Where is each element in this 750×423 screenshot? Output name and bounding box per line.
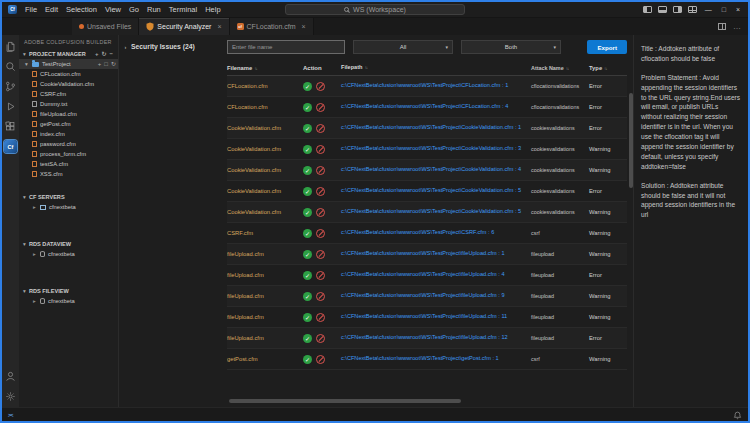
menu-selection[interactable]: Selection [62,5,101,14]
close-icon[interactable]: × [217,23,221,30]
check-circle-icon[interactable]: ✓ [303,355,312,364]
tree-item-file[interactable]: getPost.cfm [19,119,118,129]
block-circle-icon[interactable] [316,355,325,364]
block-circle-icon[interactable] [316,103,325,112]
check-circle-icon[interactable]: ✓ [303,313,312,322]
issue-filename-link[interactable]: CookieValidation.cfm [227,146,281,152]
collapse-all-icon[interactable]: − [109,51,113,57]
refresh-icon[interactable]: ↻ [111,61,116,67]
menu-file[interactable]: File [21,5,41,14]
export-button[interactable]: Export [587,40,627,54]
search-icon[interactable] [4,60,17,72]
menu-terminal[interactable]: Terminal [165,5,201,14]
refresh-icon[interactable]: ↻ [101,51,106,57]
settings-gear-icon[interactable] [4,390,17,402]
check-circle-icon[interactable]: ✓ [303,166,312,175]
type-filter-select[interactable]: Both ▾ [461,40,561,54]
block-circle-icon[interactable] [316,250,325,259]
file-name-filter-input[interactable]: Enter file name [227,40,345,54]
tree-item-project[interactable]: ▾ TestProject + □ ↻ [19,59,118,69]
block-circle-icon[interactable] [316,187,325,196]
check-circle-icon[interactable]: ✓ [303,187,312,196]
check-circle-icon[interactable]: ✓ [303,271,312,280]
tab-cflocation[interactable]: cf CFLocation.cfm × [230,18,314,35]
issue-filename-link[interactable]: fileUpload.cfm [227,314,264,320]
severity-filter-select[interactable]: All ▾ [353,40,453,54]
column-attack-name[interactable]: Attack Name↑↓ [531,65,589,71]
issue-filename-link[interactable]: CFLocation.cfm [227,83,268,89]
close-icon[interactable]: × [302,23,306,30]
tree-item-server[interactable]: ▸cfnextbeta [19,296,118,306]
toggle-panel-icon[interactable] [658,6,667,13]
block-circle-icon[interactable] [316,145,325,154]
check-circle-icon[interactable]: ✓ [303,292,312,301]
check-circle-icon[interactable]: ✓ [303,229,312,238]
issue-filename-link[interactable]: fileUpload.cfm [227,335,264,341]
issue-filename-link[interactable]: getPost.cfm [227,356,258,362]
add-project-icon[interactable]: + [95,51,99,57]
section-project-manager[interactable]: ▾ PROJECT MANAGER + ↻ − [19,48,118,59]
issue-filepath-link[interactable]: c:\CFNextBeta\cfusion\wwwroot\WS\TestPro… [341,250,505,256]
vertical-scrollbar[interactable] [629,93,633,188]
issue-filename-link[interactable]: CookieValidation.cfm [227,167,281,173]
issue-filepath-link[interactable]: c:\CFNextBeta\cfusion\wwwroot\WS\TestPro… [341,313,507,319]
tree-item-file[interactable]: CSRF.cfm [19,89,118,99]
new-file-icon[interactable]: + [98,61,102,67]
menu-edit[interactable]: Edit [41,5,62,14]
customize-layout-icon[interactable] [688,6,697,13]
source-control-icon[interactable] [4,80,17,92]
bell-icon[interactable] [733,406,742,423]
block-circle-icon[interactable] [316,292,325,301]
tree-item-file[interactable]: fileUpload.cfm [19,109,118,119]
issue-filepath-link[interactable]: c:\CFNextBeta\cfusion\wwwroot\WS\TestPro… [341,355,499,361]
issue-filepath-link[interactable]: c:\CFNextBeta\cfusion\wwwroot\WS\TestPro… [341,145,521,151]
edit-icon[interactable]: □ [104,61,108,67]
menu-go[interactable]: Go [125,5,143,14]
issue-filepath-link[interactable]: c:\CFNextBeta\cfusion\wwwroot\WS\TestPro… [341,103,508,109]
tab-security-analyzer[interactable]: Security Analyzer × [139,18,229,35]
check-circle-icon[interactable]: ✓ [303,145,312,154]
tree-item-server[interactable]: ▸cfnextbeta [19,202,118,212]
remote-icon[interactable]: >< [8,412,12,418]
check-circle-icon[interactable]: ✓ [303,103,312,112]
toggle-sidebar-icon[interactable] [643,6,652,13]
section-rds-fileview[interactable]: ▾RDS FILEVIEW [19,285,118,296]
menu-help[interactable]: Help [201,5,224,14]
block-circle-icon[interactable] [316,166,325,175]
tree-item-file[interactable]: XSS.cfm [19,169,118,179]
split-editor-icon[interactable] [718,23,726,30]
issue-filename-link[interactable]: fileUpload.cfm [227,251,264,257]
issue-filename-link[interactable]: CSRF.cfm [227,230,253,236]
issue-filepath-link[interactable]: c:\CFNextBeta\cfusion\wwwroot\WS\TestPro… [341,124,521,130]
check-circle-icon[interactable]: ✓ [303,124,312,133]
block-circle-icon[interactable] [316,124,325,133]
issue-filepath-link[interactable]: c:\CFNextBeta\cfusion\wwwroot\WS\TestPro… [341,82,508,88]
block-circle-icon[interactable] [316,334,325,343]
minimize-icon[interactable]: — [703,6,714,13]
horizontal-scrollbar[interactable] [227,399,627,403]
issue-filename-link[interactable]: CFLocation.cfm [227,104,268,110]
issue-filename-link[interactable]: fileUpload.cfm [227,293,264,299]
issue-filepath-link[interactable]: c:\CFNextBeta\cfusion\wwwroot\WS\TestPro… [341,229,494,235]
block-circle-icon[interactable] [316,313,325,322]
check-circle-icon[interactable]: ✓ [303,250,312,259]
menu-view[interactable]: View [101,5,125,14]
more-actions-icon[interactable]: … [733,22,741,31]
issue-filepath-link[interactable]: c:\CFNextBeta\cfusion\wwwroot\WS\TestPro… [341,292,505,298]
maximize-icon[interactable]: □ [720,6,728,13]
scrollbar-thumb[interactable] [229,399,461,403]
run-debug-icon[interactable] [4,100,17,112]
explorer-icon[interactable] [4,40,17,52]
column-filepath[interactable]: Filepath↑↓ [341,63,531,73]
block-circle-icon[interactable] [316,271,325,280]
tab-unsaved-files[interactable]: Unsaved Files [72,18,139,35]
block-circle-icon[interactable] [316,229,325,238]
tree-item-file[interactable]: CookieValidation.cfm [19,79,118,89]
tree-item-file[interactable]: password.cfm [19,139,118,149]
check-circle-icon[interactable]: ✓ [303,334,312,343]
security-issues-node[interactable]: › Security Issues (24) [123,43,221,50]
issue-filename-link[interactable]: CookieValidation.cfm [227,209,281,215]
issue-filepath-link[interactable]: c:\CFNextBeta\cfusion\wwwroot\WS\TestPro… [341,187,521,193]
issue-filepath-link[interactable]: c:\CFNextBeta\cfusion\wwwroot\WS\TestPro… [341,271,505,277]
account-icon[interactable] [4,370,17,382]
